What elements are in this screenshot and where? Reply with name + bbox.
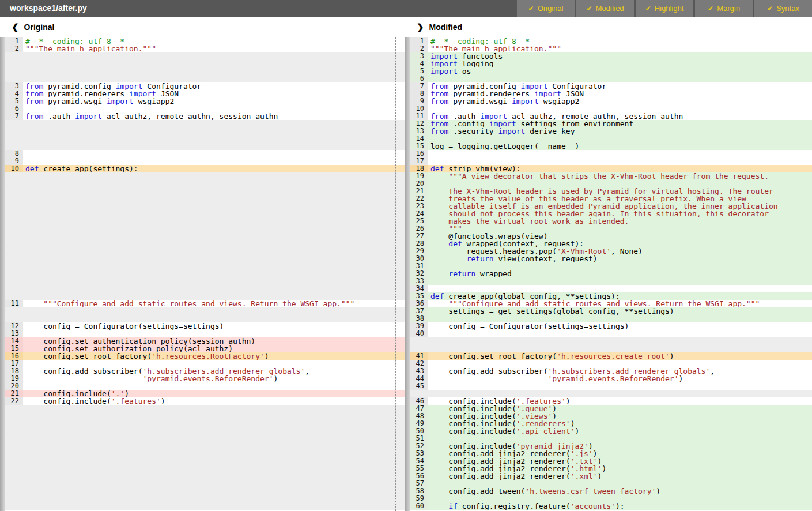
source-text: """The main h application.""" (23, 45, 405, 52)
source-text: config.add_jinja2_renderer('.html') (428, 465, 812, 472)
toggle-margin-button[interactable]: ✔Margin (695, 0, 753, 17)
source-text: config.include('.queue') (428, 405, 812, 412)
source-text: # -*- coding: utf-8 -*- (23, 37, 405, 45)
original-code-area[interactable]: 1# -*- coding: utf-8 -*-2"""The main h a… (0, 37, 405, 511)
line-number: 4 (5, 90, 23, 97)
line-number: 3 (5, 82, 23, 90)
filler-row (5, 465, 405, 472)
toggle-highlight-button[interactable]: ✔Highlight (636, 0, 693, 17)
filler-row (5, 285, 405, 292)
source-text: from .security import derive_key (428, 127, 812, 135)
filler-row (5, 225, 405, 232)
source-text (428, 180, 812, 187)
line-number (5, 60, 23, 67)
source-text: from pyramid.config import Configurator (428, 82, 812, 90)
code-line: 30 return view(context, request) (410, 255, 812, 262)
source-text (23, 135, 405, 142)
filler-row (5, 307, 405, 315)
code-line: 27 @functools.wraps(view) (410, 232, 812, 240)
line-number (5, 180, 23, 187)
line-number (5, 472, 23, 480)
code-line: 24 should not process this header again.… (410, 210, 812, 217)
filler-row (5, 127, 405, 135)
source-text (23, 67, 405, 75)
line-number (5, 465, 23, 472)
filler-row (5, 487, 405, 495)
source-text: config.include('.api_client') (428, 427, 812, 435)
source-text (428, 495, 812, 502)
source-text (428, 390, 812, 397)
code-line: 19 """A view decorator that strips the X… (410, 172, 812, 180)
source-text (23, 217, 405, 225)
source-text (23, 195, 405, 202)
line-number (5, 285, 23, 292)
source-text: from .auth import acl_authz, remote_auth… (23, 112, 405, 120)
filler-row (5, 292, 405, 300)
source-text: config.add_jinja2_renderer('.js') (428, 450, 812, 457)
filler-row (5, 277, 405, 285)
source-text: from .auth import acl_authz, remote_auth… (428, 112, 812, 120)
source-text (23, 127, 405, 135)
button-label: Syntax (776, 4, 799, 13)
code-line: 14 config.set_authentication_policy(sess… (5, 337, 405, 345)
line-number (5, 277, 23, 285)
code-line: 20 (5, 382, 405, 390)
code-line: 12 config = Configurator(settings=settin… (5, 322, 405, 330)
filler-row (5, 450, 405, 457)
source-text: config = Configurator(settings=settings) (23, 322, 405, 330)
source-text (23, 442, 405, 450)
code-line: 59 (410, 495, 812, 502)
source-text (23, 150, 405, 157)
code-line: 22 config.include('.features') (5, 397, 405, 405)
line-number (5, 442, 23, 450)
source-text: def strip_vhm(view): (428, 165, 812, 172)
line-number (5, 405, 23, 412)
modified-code-area[interactable]: 1# -*- coding: utf-8 -*-2"""The main h a… (405, 37, 812, 511)
source-text: return wrapped (428, 270, 812, 277)
line-number (5, 240, 23, 247)
source-text (428, 262, 812, 270)
code-line: 5import os (410, 67, 812, 75)
source-text (23, 270, 405, 277)
line-number: 7 (410, 82, 428, 90)
source-text (23, 75, 405, 82)
source-text: if config.registry.feature('accounts'): (428, 502, 812, 510)
source-text (428, 157, 812, 165)
source-text: # -*- coding: utf-8 -*- (428, 37, 812, 45)
line-number (5, 217, 23, 225)
line-number (5, 307, 23, 315)
filler-row (5, 502, 405, 510)
line-number: 4 (410, 60, 428, 67)
filler-row (5, 202, 405, 210)
source-text: config.set_authorization_policy(acl_auth… (23, 345, 405, 352)
filler-row (410, 345, 812, 352)
line-number: 11 (5, 300, 23, 307)
toggle-original-button[interactable]: ✔Original (517, 0, 575, 17)
code-line: 13from .security import derive_key (410, 127, 812, 135)
source-text: config.set_root_factory('h.resources.Roo… (23, 352, 405, 360)
source-text: makes the virtual root work as intended. (428, 217, 812, 225)
checkmark-icon: ✔ (586, 5, 592, 13)
modified-pane-header: ❯ Modified (405, 17, 812, 37)
source-text: config.set_root_factory('h.resources.cre… (428, 352, 812, 360)
toolbar-toggle-buttons: ✔Original✔Modified✔Highlight✔Margin✔Synt… (515, 0, 812, 17)
line-number: 60 (410, 502, 428, 510)
code-line: 47 config.include('.queue') (410, 405, 812, 412)
code-line: 22 treats the value of this header as a … (410, 195, 812, 202)
source-text: import os (428, 67, 812, 75)
code-line: 7from pyramid.config import Configurator (410, 82, 812, 90)
code-line: 37 settings = get_settings(global_config… (410, 307, 812, 315)
toggle-syntax-button[interactable]: ✔Syntax (754, 0, 812, 17)
checkmark-icon: ✔ (645, 5, 651, 13)
source-text: config.include('.views') (428, 412, 812, 420)
toggle-modified-button[interactable]: ✔Modified (576, 0, 634, 17)
modified-pane: ❯ Modified 1# -*- coding: utf-8 -*-2"""T… (405, 17, 812, 511)
source-text: The X-Vhm-Root header is used by Pyramid… (428, 187, 812, 195)
line-number: 2 (410, 45, 428, 52)
code-line: 7from .auth import acl_authz, remote_aut… (5, 112, 405, 120)
code-line: 9 (5, 157, 405, 165)
source-text (428, 330, 812, 337)
source-text: config.add_subscriber('h.subscribers.add… (428, 367, 812, 375)
line-number: 6 (5, 105, 23, 112)
source-text (23, 52, 405, 60)
